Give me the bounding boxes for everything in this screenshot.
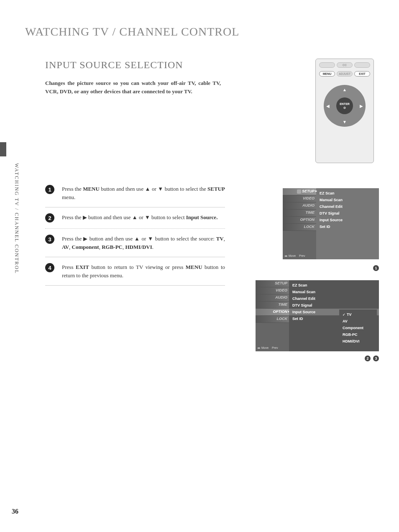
- osd-setup-menu: SETUP VIDEO AUDIO TIME OPTION LOCK ◂▸ Mo…: [283, 188, 379, 261]
- remote-btn-menu: MENU: [319, 71, 335, 77]
- osd-item-channeledit: Channel Edit: [289, 295, 379, 302]
- osd-source-hdmidvi: HDMI/DVI: [339, 338, 377, 345]
- osd-input-source-menu: SETUP VIDEO AUDIO TIME OPTION LOCK ◂▸ Mo…: [256, 280, 379, 353]
- osd-tab-audio: AUDIO: [256, 294, 289, 302]
- remote-btn-adjust: ADJUST: [337, 71, 353, 77]
- remote-dpad: ▲ ▼ ◀ ▶ ENTER ⊙: [324, 85, 366, 127]
- osd-tab-time: TIME: [283, 210, 316, 217]
- step-bullet: 3: [45, 235, 54, 244]
- step-text: Press the ▶ button and then use ▲ or ▼ b…: [62, 213, 217, 222]
- osd-item-ezscan: EZ Scan: [316, 190, 379, 197]
- osd-tab-lock: LOCK: [283, 224, 316, 231]
- osd-tab-option: OPTION: [283, 217, 316, 224]
- osd-tab-video: VIDEO: [256, 287, 289, 294]
- step-4: 4 Press EXIT button to return to TV view…: [45, 257, 225, 286]
- remote-btn-blank2: [354, 62, 370, 68]
- osd-item-inputsource: Input Source: [316, 217, 379, 223]
- osd-item-ezscan: EZ Scan: [289, 282, 379, 289]
- arrow-right-icon: ▶: [360, 104, 363, 108]
- remote-btn-enter: ENTER ⊙: [336, 97, 353, 114]
- arrow-left-icon: ◀: [326, 104, 330, 108]
- step-bullet: 1: [45, 185, 54, 194]
- step-2: 2 Press the ▶ button and then use ▲ or ▼…: [45, 207, 225, 229]
- osd-source-component: Component: [339, 325, 377, 331]
- callout-2: 2: [365, 356, 371, 361]
- osd-tab-option: OPTION: [256, 309, 289, 316]
- osd-tab-time: TIME: [256, 302, 289, 309]
- section-title: WATCHING TV / CHANNEL CONTROL: [25, 25, 378, 38]
- osd-source-rgbpc: RGB-PC: [339, 331, 377, 338]
- osd-tab-lock: LOCK: [256, 316, 289, 323]
- step-bullet: 4: [45, 263, 54, 272]
- osd-source-av: AV: [339, 318, 377, 325]
- step-text: Press the MENU button and then use ▲ or …: [62, 185, 225, 201]
- step-1: 1 Press the MENU button and then use ▲ o…: [45, 179, 225, 207]
- callout-1: 1: [373, 265, 379, 271]
- remote-illustration: CC MENU ADJUST EXIT ▲ ▼ ◀ ▶ ENTER ⊙: [315, 59, 374, 163]
- side-label: WATCHING TV / CHANNEL CONTROL: [13, 163, 20, 274]
- osd-tab-audio: AUDIO: [283, 202, 316, 210]
- step-text: Press the ▶ button and then use ▲ or ▼ b…: [62, 235, 225, 251]
- side-tab-marker: [0, 142, 6, 156]
- step-3: 3 Press the ▶ button and then use ▲ or ▼…: [45, 229, 225, 257]
- intro-text: Changes the picture source so you can wa…: [45, 79, 221, 95]
- osd-tab-setup: SETUP: [283, 188, 316, 195]
- arrow-up-icon: ▲: [343, 87, 347, 92]
- remote-btn-cc: CC: [337, 62, 353, 68]
- osd-item-channeledit: Channel Edit: [316, 203, 379, 210]
- osd-footer: ◂▸ Move Prev: [257, 346, 287, 350]
- osd-item-setid: Set ID: [316, 223, 379, 230]
- step-bullet: 2: [45, 213, 54, 223]
- page-number: 36: [12, 508, 18, 515]
- remote-btn-exit: EXIT: [354, 71, 370, 77]
- osd-item-dtvsignal: DTV Signal: [316, 210, 379, 217]
- check-icon: ✓: [343, 313, 345, 317]
- remote-btn-blank: [319, 62, 335, 68]
- osd-input-source-submenu: ✓TV AV Component RGB-PC HDMI/DVI: [339, 309, 377, 346]
- osd-tab-setup: SETUP: [256, 280, 289, 287]
- osd-tab-video: VIDEO: [283, 195, 316, 202]
- osd-source-tv: ✓TV: [339, 311, 377, 318]
- osd-footer: ◂▸ Move Prev: [284, 254, 315, 258]
- osd-item-manualscan: Manual Scan: [289, 289, 379, 295]
- steps-list: 1 Press the MENU button and then use ▲ o…: [45, 179, 225, 286]
- osd-item-dtvsignal: DTV Signal: [289, 302, 379, 309]
- osd-item-manualscan: Manual Scan: [316, 197, 379, 203]
- arrow-down-icon: ▼: [343, 120, 347, 124]
- callout-3: 3: [373, 356, 379, 361]
- step-text: Press EXIT button to return to TV viewin…: [62, 263, 225, 279]
